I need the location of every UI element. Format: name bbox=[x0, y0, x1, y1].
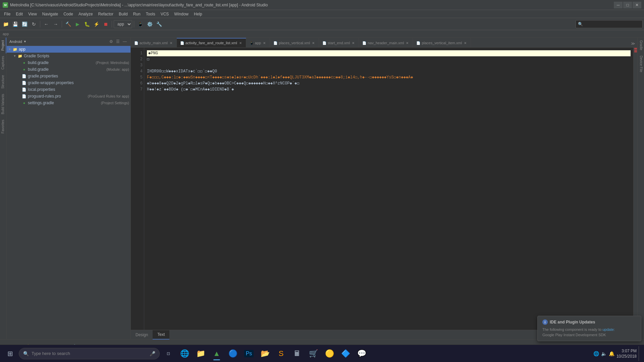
menu-item-view[interactable]: View bbox=[25, 10, 40, 18]
menu-item-tools[interactable]: Tools bbox=[143, 10, 158, 18]
tab-activity-main[interactable]: 📄 activity_main.xml ✕ bbox=[131, 38, 177, 47]
sidebar-item-gradle[interactable]: Gradle bbox=[638, 38, 644, 53]
tree-label-app: app bbox=[19, 47, 129, 52]
sidebar-item-favorites[interactable]: Favorites bbox=[0, 117, 6, 136]
notification-body-suffix: Google Play Instant Development SDK bbox=[542, 333, 606, 337]
menu-item-window[interactable]: Window bbox=[171, 10, 191, 18]
tab-close-start-end[interactable]: ✕ bbox=[351, 41, 355, 45]
show-desktop-button[interactable] bbox=[639, 346, 641, 361]
save-button[interactable]: 💾 bbox=[11, 20, 19, 28]
microphone-icon[interactable]: 🎤 bbox=[150, 351, 155, 356]
network-icon[interactable]: 🌐 bbox=[593, 351, 599, 356]
taskbar-app-photoshop[interactable]: Ps bbox=[241, 346, 256, 361]
left-sidebar-tabs: Project Captures Structure Build Variant… bbox=[0, 38, 7, 339]
task-view-button[interactable]: ⊡ bbox=[161, 346, 176, 361]
menu-item-help[interactable]: Help bbox=[191, 10, 205, 18]
avd-button[interactable]: 📱 bbox=[136, 20, 145, 28]
taskbar-search-box[interactable]: 🔍 Type here to search 🎤 bbox=[19, 348, 160, 359]
tab-close-places-vertical-item[interactable]: ✕ bbox=[463, 41, 467, 45]
breadcrumb-text: app bbox=[3, 32, 9, 36]
taskbar-app-store[interactable]: 🛒 bbox=[306, 346, 321, 361]
tree-item-app[interactable]: ▼ 📁 app bbox=[7, 46, 130, 53]
menu-item-navigate[interactable]: Navigate bbox=[40, 10, 61, 18]
tab-overflow-button[interactable]: ≫ bbox=[629, 40, 637, 47]
notification-update-link[interactable]: update: bbox=[602, 327, 615, 331]
sidebar-item-device-file[interactable]: Device File bbox=[638, 53, 644, 75]
settings-cog-icon[interactable]: ⚙ bbox=[108, 39, 114, 44]
tab-close-app[interactable]: ✕ bbox=[262, 41, 266, 45]
code-editor[interactable]: ◆PNG ◻ IHDR00◻◻W◆◆◆xIDATx◆c`◻◻`◻◆◆Q0 F◆◻… bbox=[144, 48, 633, 330]
tree-item-local-properties[interactable]: 📄 local.properties bbox=[7, 86, 130, 93]
tab-start-end[interactable]: 📄 start_end.xml ✕ bbox=[319, 38, 359, 47]
tree-item-proguard[interactable]: 📄 proguard-rules.pro (ProGuard Rules for… bbox=[7, 93, 130, 100]
taskbar-app-chrome[interactable]: 🔵 bbox=[225, 346, 240, 361]
close-button[interactable]: ✕ bbox=[633, 2, 641, 8]
tab-close-places-vertical[interactable]: ✕ bbox=[311, 41, 315, 45]
sidebar-item-captures[interactable]: Captures bbox=[0, 53, 6, 72]
sdk-button[interactable]: ⚙️ bbox=[145, 20, 154, 28]
panel-collapse-icon[interactable]: — bbox=[122, 39, 128, 44]
sidebar-item-project[interactable]: Project bbox=[0, 38, 6, 53]
tree-item-build-gradle-project[interactable]: ● build.gradle (Project: MetroIndia) bbox=[7, 59, 130, 66]
tree-item-gradle-wrapper[interactable]: 📄 gradle-wrapper.properties bbox=[7, 79, 130, 86]
sync-button[interactable]: 🔄 bbox=[20, 20, 29, 28]
sidebar-item-build-variants[interactable]: Build Variants bbox=[0, 91, 6, 117]
speaker-icon[interactable]: 🔈 bbox=[601, 351, 607, 356]
minimize-button[interactable]: ─ bbox=[614, 2, 623, 8]
tab-activity-fare[interactable]: 📄 activity_fare_and_route_list.xml ✕ bbox=[177, 38, 246, 47]
taskbar-app-calculator[interactable]: 🖩 bbox=[290, 346, 305, 361]
notification-bell-icon[interactable]: 🔔 bbox=[609, 351, 614, 356]
tab-design[interactable]: Design bbox=[131, 330, 153, 340]
tab-close-activity-fare[interactable]: ✕ bbox=[238, 41, 243, 45]
toolbar-search-input[interactable] bbox=[576, 20, 643, 28]
android-dropdown-icon[interactable]: ▼ bbox=[23, 40, 26, 43]
tree-item-gradle-properties[interactable]: 📄 gradle.properties bbox=[7, 73, 130, 79]
start-button[interactable]: ⊞ bbox=[3, 346, 17, 361]
menu-item-build[interactable]: Build bbox=[116, 10, 130, 18]
clock-time: 3:07 PM bbox=[616, 348, 637, 354]
tree-sublabel-build-gradle-module: (Module: app) bbox=[106, 67, 129, 71]
tree-icon-local-properties: 📄 bbox=[21, 87, 27, 92]
back-button[interactable]: ← bbox=[42, 20, 51, 28]
tab-app[interactable]: 📱 app ✕ bbox=[246, 38, 270, 47]
taskbar-app-yellow[interactable]: 🟡 bbox=[322, 346, 337, 361]
menu-item-edit[interactable]: Edit bbox=[13, 10, 25, 18]
forward-button[interactable]: → bbox=[51, 20, 60, 28]
stop-button[interactable]: ⏹ bbox=[101, 20, 110, 28]
taskbar-app-sublime[interactable]: S bbox=[274, 346, 288, 361]
tree-item-gradle-scripts[interactable]: ▼ 📁 Gradle Scripts bbox=[7, 53, 130, 59]
taskbar-app-file-explorer[interactable]: 📁 bbox=[193, 346, 208, 361]
tab-text[interactable]: Text bbox=[153, 330, 169, 340]
maximize-button[interactable]: □ bbox=[623, 2, 632, 8]
taskbar-app-whatsapp[interactable]: 💬 bbox=[354, 346, 369, 361]
tab-places-vertical[interactable]: 📄 places_vertical.xml ✕ bbox=[270, 38, 319, 47]
tab-close-nav-header[interactable]: ✕ bbox=[405, 41, 409, 45]
sidebar-item-structure[interactable]: Structure bbox=[0, 72, 6, 92]
tab-close-activity-main[interactable]: ✕ bbox=[169, 41, 173, 45]
taskbar-app-blue[interactable]: 🔷 bbox=[338, 346, 353, 361]
attach-button[interactable]: ⚡ bbox=[92, 20, 101, 28]
menu-item-run[interactable]: Run bbox=[130, 10, 143, 18]
refresh-button[interactable]: ↻ bbox=[30, 20, 38, 28]
menu-item-analyze[interactable]: Analyze bbox=[76, 10, 96, 18]
tab-nav-header[interactable]: 📄 nav_header_main.xml ✕ bbox=[359, 38, 413, 47]
menu-item-vcs[interactable]: VCS bbox=[158, 10, 172, 18]
more-tools-button[interactable]: 🔧 bbox=[155, 20, 163, 28]
taskbar-app-android-studio[interactable]: ▲ bbox=[209, 346, 224, 361]
run-config-dropdown[interactable]: app bbox=[114, 20, 132, 28]
project-structure-button[interactable]: 📁 bbox=[1, 20, 10, 28]
menu-item-code[interactable]: Code bbox=[61, 10, 76, 18]
debug-button[interactable]: 🐛 bbox=[83, 20, 91, 28]
menu-item-refactor[interactable]: Refactor bbox=[96, 10, 116, 18]
tab-places-vertical-item[interactable]: 📄 places_vertical_item.xml ✕ bbox=[413, 38, 471, 47]
run-button[interactable]: ▶ bbox=[73, 20, 82, 28]
build-button[interactable]: 🔨 bbox=[64, 20, 72, 28]
menu-item-file[interactable]: File bbox=[1, 10, 13, 18]
tree-item-build-gradle-module[interactable]: ● build.gradle (Module: app) bbox=[7, 66, 130, 73]
clock-widget[interactable]: 3:07 PM 10/25/2018 bbox=[616, 348, 637, 359]
code-line-3 bbox=[147, 62, 631, 68]
panel-filter-icon[interactable]: ☰ bbox=[115, 39, 121, 44]
tree-item-settings-gradle[interactable]: ● settings.gradle (Project Settings) bbox=[7, 100, 130, 106]
taskbar-app-edge[interactable]: 🌐 bbox=[177, 346, 192, 361]
taskbar-app-folder[interactable]: 📂 bbox=[258, 346, 272, 361]
